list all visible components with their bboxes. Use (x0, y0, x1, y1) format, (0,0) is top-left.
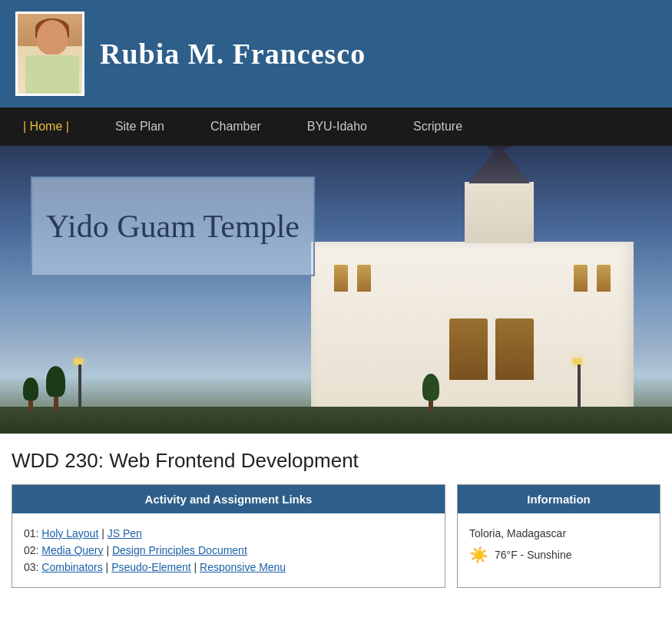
combinators-link[interactable]: Combinators (41, 561, 102, 573)
weather-row: ☀️ 76°F - Sunshine (469, 546, 648, 564)
page-header: Rubia M. Francesco (0, 0, 672, 107)
temple-door (495, 318, 534, 380)
link-row-02: 02: Media Query | Design Principles Docu… (24, 544, 433, 556)
lamp-post-1 (77, 358, 83, 411)
information-section: Information Toloria, Madagascar ☀️ 76°F … (457, 484, 660, 588)
weather-text: 76°F - Sunshine (495, 549, 572, 561)
ground (0, 407, 672, 434)
main-content: WDD 230: Web Frontend Development Activi… (0, 434, 672, 603)
tree-1 (46, 366, 65, 412)
temple-window (357, 265, 371, 292)
link-row-01: 01: Holy Layout | JS Pen (24, 527, 433, 539)
responsive-menu-link[interactable]: Responsive Menu (200, 561, 286, 573)
temple-label: Yido Guam Temple (46, 207, 300, 246)
location-text: Toloria, Madagascar (469, 527, 648, 539)
tree-3 (422, 374, 439, 412)
temple-label-box: Yido Guam Temple (31, 177, 315, 276)
nav-item-byu-idaho[interactable]: BYU-Idaho (284, 107, 390, 146)
pseudo-element-link[interactable]: Pseudo-Element (111, 561, 191, 573)
nav-item-home[interactable]: | Home | (0, 107, 92, 146)
temple-door (449, 318, 488, 380)
information-header: Information (458, 485, 660, 513)
activity-links-body: 01: Holy Layout | JS Pen 02: Media Query… (12, 513, 445, 587)
sun-icon: ☀️ (469, 546, 488, 564)
temple-steeple-base (465, 182, 534, 243)
site-title: Rubia M. Francesco (100, 37, 366, 71)
design-principles-link[interactable]: Design Principles Document (112, 544, 247, 556)
temple-window (597, 265, 611, 292)
activity-links-header: Activity and Assignment Links (12, 485, 445, 513)
lamp-post-2 (576, 358, 582, 411)
information-body: Toloria, Madagascar ☀️ 76°F - Sunshine (458, 513, 660, 579)
avatar (15, 12, 84, 96)
js-pen-link[interactable]: JS Pen (108, 527, 142, 539)
link-row-03: 03: Combinators | Pseudo-Element | Respo… (24, 561, 433, 573)
activity-links-section: Activity and Assignment Links 01: Holy L… (12, 484, 445, 588)
media-query-link[interactable]: Media Query (41, 544, 103, 556)
content-columns: Activity and Assignment Links 01: Holy L… (12, 484, 660, 588)
main-nav: | Home | Site Plan Chamber BYU-Idaho Scr… (0, 107, 672, 146)
hero-banner: Yido Guam Temple (0, 146, 672, 434)
holy-layout-link[interactable]: Holy Layout (41, 527, 98, 539)
tree-2 (23, 378, 38, 412)
temple-body (311, 242, 634, 411)
nav-item-chamber[interactable]: Chamber (187, 107, 284, 146)
page-title: WDD 230: Web Frontend Development (12, 449, 660, 473)
nav-item-site-plan[interactable]: Site Plan (92, 107, 187, 146)
nav-item-scripture[interactable]: Scripture (390, 107, 485, 146)
temple-window (334, 265, 348, 292)
temple-window (574, 265, 588, 292)
